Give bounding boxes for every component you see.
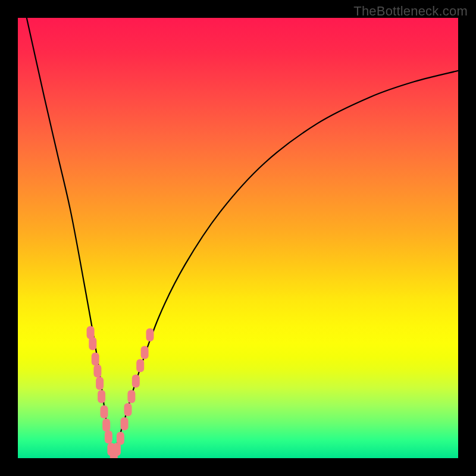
highlight-dot (96, 377, 104, 390)
highlight-dot (102, 419, 110, 432)
highlight-dot (89, 337, 96, 350)
highlight-dot (98, 390, 105, 403)
curve-right-branch (112, 71, 458, 458)
highlight-dot (127, 390, 135, 403)
highlight-dot (136, 359, 144, 372)
highlight-dot (117, 432, 124, 445)
highlight-dot (93, 365, 101, 378)
highlight-dot (124, 403, 132, 416)
plot-area (18, 18, 458, 458)
highlight-dot (132, 375, 140, 388)
chart-frame: TheBottleneck.com (0, 0, 476, 476)
highlight-dot (146, 328, 154, 342)
highlight-dot (101, 405, 108, 418)
watermark-text: TheBottleneck.com (353, 4, 468, 19)
highlight-dot (92, 353, 99, 366)
highlight-dot (121, 417, 129, 430)
highlight-dot (141, 346, 149, 359)
highlight-dot (105, 431, 112, 444)
highlight-dots-group (87, 326, 154, 458)
curves-layer (18, 18, 458, 458)
